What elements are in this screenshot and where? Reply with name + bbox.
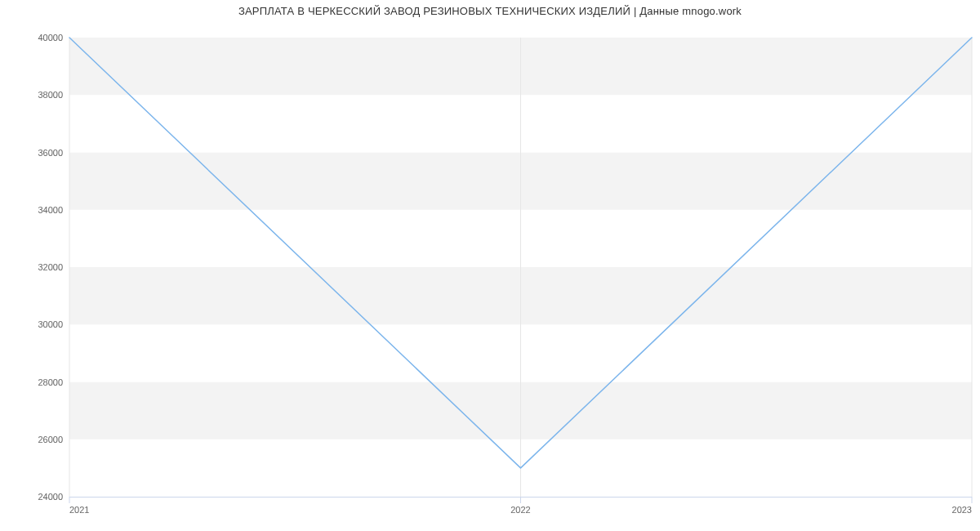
chart-container: ЗАРПЛАТА В ЧЕРКЕССКИЙ ЗАВОД РЕЗИНОВЫХ ТЕ… [0,0,980,531]
y-tick-label: 24000 [38,492,63,502]
y-tick-label: 36000 [38,148,63,158]
y-tick-label: 30000 [38,319,63,329]
x-tick-label: 2023 [952,505,972,515]
x-tick-label: 2022 [510,505,530,515]
y-tick-label: 32000 [38,262,63,272]
y-tick-label: 38000 [38,90,63,100]
line-chart: 2400026000280003000032000340003600038000… [0,0,980,531]
y-tick-label: 26000 [38,435,63,444]
y-tick-label: 34000 [38,205,63,215]
y-tick-label: 40000 [38,33,63,42]
y-tick-label: 28000 [38,377,63,387]
x-tick-label: 2021 [69,505,89,515]
